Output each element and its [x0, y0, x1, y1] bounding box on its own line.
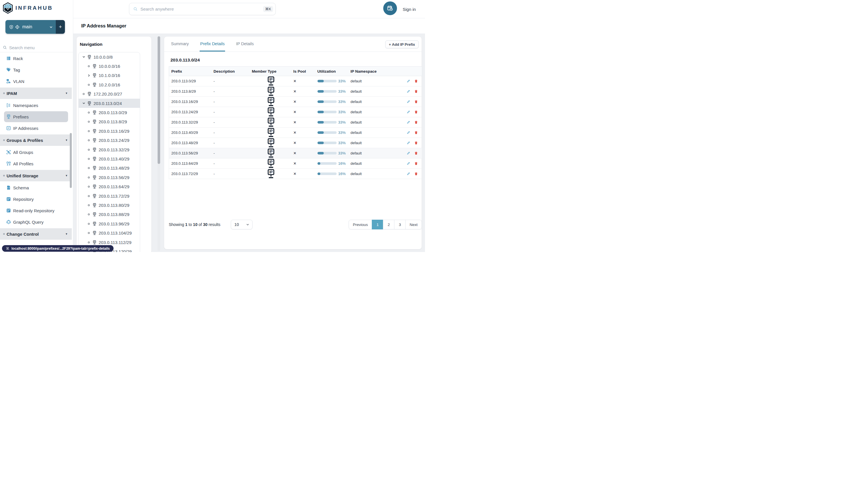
prefix-sign-icon: IP — [92, 110, 97, 115]
page-button-next[interactable]: Next — [405, 220, 422, 229]
add-branch-button[interactable]: + — [56, 20, 65, 34]
pencil-icon[interactable] — [407, 161, 410, 166]
sidebar-item-tag[interactable]: Tag — [0, 64, 72, 75]
table-row[interactable]: 203.0.113.16/29-IP✕33%default — [169, 97, 422, 107]
tree-item[interactable]: IP172.20.20.0/27 — [79, 90, 140, 99]
sidebar-item-repository[interactable]: Repository — [0, 193, 72, 205]
tree-item[interactable]: IP10.2.0.0/16 — [79, 80, 140, 89]
svg-text:IP: IP — [94, 204, 95, 205]
time-travel-button[interactable] — [383, 1, 397, 15]
sidebar-search-input[interactable] — [9, 45, 61, 50]
table-row[interactable]: 203.0.113.0/29-IP✕33%default — [169, 76, 422, 86]
trash-icon[interactable] — [414, 89, 418, 93]
sidebar-item-rack[interactable]: Rack — [0, 53, 72, 64]
page-size-select[interactable]: 10 — [231, 220, 253, 229]
pencil-icon[interactable] — [407, 151, 410, 155]
sidebar-item-label: GraphQL Query — [13, 220, 43, 224]
utilization-bar-fill — [318, 111, 324, 113]
table-row[interactable]: 203.0.113.48/29-IP✕33%default — [169, 138, 422, 148]
sidebar-item-ip-addresses[interactable]: IPIP Addresses — [0, 122, 72, 134]
cell-actions — [405, 97, 422, 107]
global-search[interactable]: ⌘K — [129, 3, 276, 15]
branch-selector-main[interactable]: main — [5, 20, 56, 34]
table-row[interactable]: 203.0.113.8/29-IP✕33%default — [169, 86, 422, 97]
sidebar-item-all-groups[interactable]: All Groups — [0, 146, 72, 158]
trash-icon[interactable] — [414, 172, 418, 176]
trash-icon[interactable] — [414, 110, 418, 114]
sidebar-item-vlan[interactable]: VLAN — [0, 75, 72, 87]
tree-item[interactable]: IP203.0.113.56/29 — [79, 173, 140, 182]
table-row[interactable]: 203.0.113.72/29-IP✕16%default — [169, 169, 422, 179]
add-ip-prefix-button[interactable]: + Add IP Prefix — [385, 40, 419, 48]
table-row[interactable]: 203.0.113.64/29-IP✕16%default — [169, 159, 422, 169]
trash-icon[interactable] — [414, 141, 418, 145]
tree-item[interactable]: IP203.0.113.0/24 — [79, 99, 140, 108]
tree-item[interactable]: IP203.0.113.32/29 — [79, 145, 140, 154]
sidebar-item-read-only-repository[interactable]: Read-only Repository — [0, 205, 72, 216]
table-row[interactable]: 203.0.113.56/29-IP✕33%default — [169, 148, 422, 159]
sidebar-item-graphql-query[interactable]: GraphQL Query — [0, 216, 72, 228]
table-row[interactable]: 203.0.113.32/29-IP✕33%default — [169, 117, 422, 128]
pencil-icon[interactable] — [407, 141, 410, 145]
sidebar-item-schema[interactable]: Schema — [0, 182, 72, 193]
panel-scrollbar-thumb[interactable] — [158, 36, 160, 164]
table-row[interactable]: 203.0.113.40/29-IP✕33%default — [169, 128, 422, 138]
tree-item[interactable]: IP203.0.113.96/29 — [79, 219, 140, 228]
sidebar-section-groups-profiles[interactable]: Groups & Profiles▼ — [0, 134, 72, 146]
sidebar-section-ipam[interactable]: IPAM▼ — [0, 88, 72, 99]
sidebar-section-change-control[interactable]: Change Control▼ — [0, 228, 72, 240]
pencil-icon[interactable] — [407, 120, 410, 124]
tree-item[interactable]: IP203.0.113.40/29 — [79, 154, 140, 163]
prefix-sign-icon: IP — [87, 101, 92, 106]
pencil-icon[interactable] — [407, 100, 410, 104]
pencil-icon[interactable] — [407, 130, 410, 135]
tree-item[interactable]: IP203.0.113.0/29 — [79, 108, 140, 117]
pencil-icon[interactable] — [407, 79, 410, 83]
pencil-icon[interactable] — [407, 110, 410, 114]
tree-item[interactable]: IP203.0.113.24/29 — [79, 136, 140, 145]
page-button-3[interactable]: 3 — [394, 220, 405, 229]
infrahub-logo[interactable]: INFRAHUB — [3, 2, 53, 14]
tab-ip-details[interactable]: IP Details — [235, 37, 254, 52]
tree-item[interactable]: IP10.0.0.0/8 — [79, 52, 140, 61]
cell-namespace: default — [349, 107, 405, 117]
page-button-previous[interactable]: Previous — [349, 220, 373, 229]
tab-prefix-details[interactable]: Prefix Details — [200, 37, 225, 52]
pencil-icon[interactable] — [407, 89, 410, 93]
sidebar-item-all-profiles[interactable]: All Profiles — [0, 158, 72, 169]
page-button-1[interactable]: 1 — [372, 220, 383, 229]
sidebar-item-namespaces[interactable]: Namespaces — [0, 100, 72, 111]
sidebar-search[interactable] — [0, 43, 73, 52]
global-search-input[interactable] — [141, 6, 260, 12]
trash-icon[interactable] — [414, 79, 418, 83]
svg-text:IP: IP — [269, 98, 273, 102]
trash-icon[interactable] — [414, 100, 418, 104]
chevron-down-icon — [246, 223, 249, 226]
trash-icon[interactable] — [414, 151, 418, 155]
tree-item[interactable]: IP203.0.113.16/29 — [79, 126, 140, 136]
sidebar-item-prefixes[interactable]: IPPrefixes — [4, 111, 68, 122]
sign-in-button[interactable]: Sign in — [403, 0, 416, 18]
tree-item[interactable]: IP203.0.113.88/29 — [79, 210, 140, 219]
branch-selector[interactable]: main + — [5, 20, 65, 34]
pencil-icon[interactable] — [407, 172, 410, 176]
page-button-2[interactable]: 2 — [383, 220, 394, 229]
sidebar-scrollbar[interactable] — [70, 133, 72, 188]
tree-item[interactable]: IP203.0.113.72/29 — [79, 191, 140, 200]
tree-item[interactable]: IP203.0.113.64/29 — [79, 182, 140, 191]
utilization-indicator: 33% — [318, 130, 347, 135]
tree-item[interactable]: IP10.0.0.0/16 — [79, 61, 140, 71]
tree-item[interactable]: IP203.0.113.8/29 — [79, 117, 140, 126]
svg-text:IP: IP — [94, 240, 95, 242]
sidebar-section-unified-storage[interactable]: Unified Storage▼ — [0, 170, 72, 181]
tree-item[interactable]: IP203.0.113.48/29 — [79, 164, 140, 173]
tree-item[interactable]: IP10.1.0.0/16 — [79, 71, 140, 80]
tree-item[interactable]: IP203.0.113.80/29 — [79, 200, 140, 210]
table-row[interactable]: 203.0.113.24/29-IP✕33%default — [169, 107, 422, 117]
trash-icon[interactable] — [414, 161, 418, 166]
tree-item[interactable]: IP203.0.113.104/29 — [79, 228, 140, 237]
trash-icon[interactable] — [414, 120, 418, 124]
trash-icon[interactable] — [414, 130, 418, 135]
panel-scrollbar[interactable] — [158, 36, 160, 251]
tab-summary[interactable]: Summary — [170, 37, 189, 52]
